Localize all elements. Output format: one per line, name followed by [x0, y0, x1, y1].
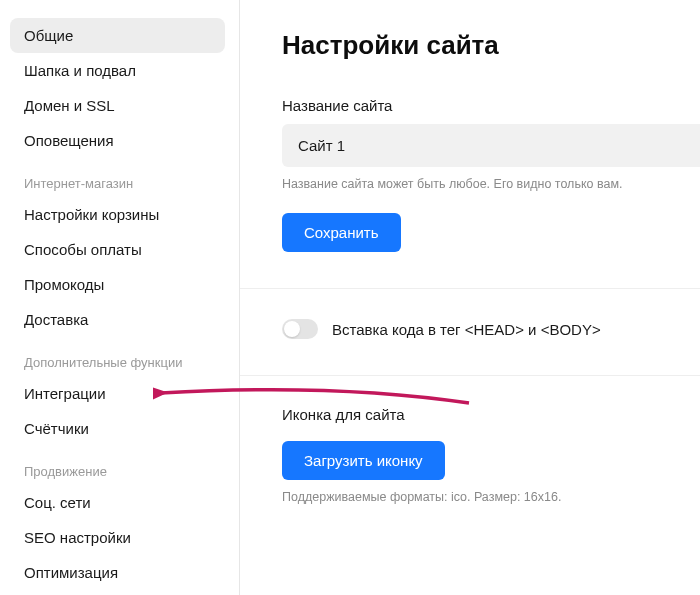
- divider: [240, 288, 700, 289]
- divider: [240, 375, 700, 376]
- sidebar-section-promo: Продвижение: [10, 446, 225, 485]
- main-content: Настройки сайта Название сайта Название …: [239, 0, 700, 595]
- site-name-help: Название сайта может быть любое. Его вид…: [282, 177, 700, 191]
- site-name-input[interactable]: [282, 124, 700, 167]
- sidebar: ОбщиеШапка и подвалДомен и SSLОповещения…: [0, 0, 235, 595]
- code-insert-label: Вставка кода в тег <HEAD> и <BODY>: [332, 321, 601, 338]
- sidebar-section-extra: Дополнительные функции: [10, 337, 225, 376]
- sidebar-item-domain-ssl[interactable]: Домен и SSL: [10, 88, 225, 123]
- save-button[interactable]: Сохранить: [282, 213, 401, 252]
- favicon-heading: Иконка для сайта: [282, 406, 700, 423]
- sidebar-item-optimization[interactable]: Оптимизация: [10, 555, 225, 590]
- sidebar-item-payment[interactable]: Способы оплаты: [10, 232, 225, 267]
- code-insert-toggle[interactable]: [282, 319, 318, 339]
- sidebar-item-cart[interactable]: Настройки корзины: [10, 197, 225, 232]
- upload-favicon-button[interactable]: Загрузить иконку: [282, 441, 445, 480]
- sidebar-item-counters[interactable]: Счётчики: [10, 411, 225, 446]
- sidebar-item-seo[interactable]: SEO настройки: [10, 520, 225, 555]
- sidebar-item-notifications[interactable]: Оповещения: [10, 123, 225, 158]
- sidebar-item-promo[interactable]: Промокоды: [10, 267, 225, 302]
- site-name-label: Название сайта: [282, 97, 700, 114]
- sidebar-section-shop: Интернет-магазин: [10, 158, 225, 197]
- sidebar-item-integrations[interactable]: Интеграции: [10, 376, 225, 411]
- sidebar-item-header-footer[interactable]: Шапка и подвал: [10, 53, 225, 88]
- code-insert-row: Вставка кода в тег <HEAD> и <BODY>: [282, 319, 700, 339]
- page-title: Настройки сайта: [282, 30, 700, 61]
- favicon-help: Поддерживаемые форматы: ico. Размер: 16x…: [282, 490, 700, 504]
- sidebar-item-general[interactable]: Общие: [10, 18, 225, 53]
- sidebar-item-social[interactable]: Соц. сети: [10, 485, 225, 520]
- sidebar-item-delivery[interactable]: Доставка: [10, 302, 225, 337]
